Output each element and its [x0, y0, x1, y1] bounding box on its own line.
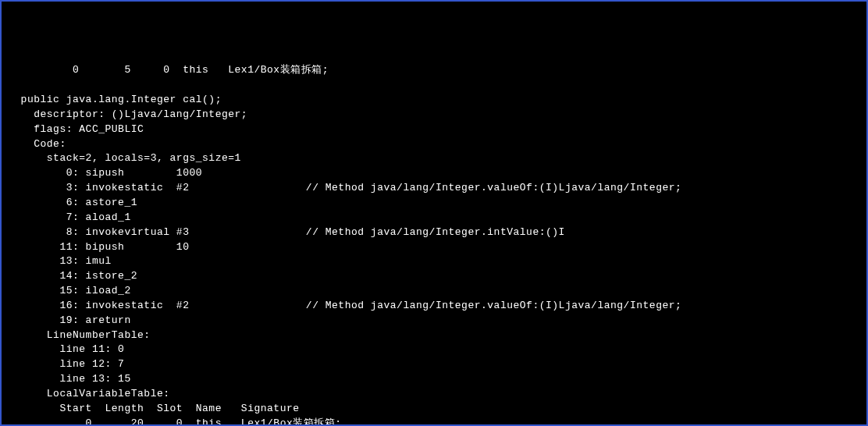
code-line: 13: imul	[8, 254, 860, 269]
code-line: 0 5 0 this Lex1/Box装箱拆箱;	[8, 63, 860, 78]
code-line: line 13: 15	[8, 372, 860, 387]
code-line: line 12: 7	[8, 357, 860, 372]
code-line: LineNumberTable:	[8, 328, 860, 343]
code-line: descriptor: ()Ljava/lang/Integer;	[8, 108, 860, 122]
code-line: 8: invokevirtual #3 // Method java/lang/…	[8, 225, 860, 240]
code-line: 0 20 0 this Lex1/Box装箱拆箱;	[8, 417, 860, 426]
code-line: stack=2, locals=3, args_size=1	[8, 151, 860, 166]
code-line: line 11: 0	[8, 343, 860, 357]
code-line: 19: areturn	[8, 314, 860, 328]
code-line: 11: bipush 10	[8, 240, 860, 255]
code-line: 16: invokestatic #2 // Method java/lang/…	[8, 299, 860, 314]
code-line: 3: invokestatic #2 // Method java/lang/I…	[8, 181, 860, 196]
code-line: 15: iload_2	[8, 284, 860, 299]
code-line	[8, 78, 860, 93]
code-line: 0: sipush 1000	[8, 166, 860, 181]
code-line: LocalVariableTable:	[8, 387, 860, 402]
code-line: 7: aload_1	[8, 211, 860, 225]
code-line: 6: astore_1	[8, 196, 860, 211]
code-line: 14: istore_2	[8, 269, 860, 284]
code-line: flags: ACC_PUBLIC	[8, 122, 860, 137]
code-line: public java.lang.Integer cal();	[8, 93, 860, 108]
code-line: Code:	[8, 137, 860, 152]
code-line: Start Length Slot Name Signature	[8, 402, 860, 417]
terminal-output: 0 5 0 this Lex1/Box装箱拆箱; public java.lan…	[8, 63, 860, 426]
